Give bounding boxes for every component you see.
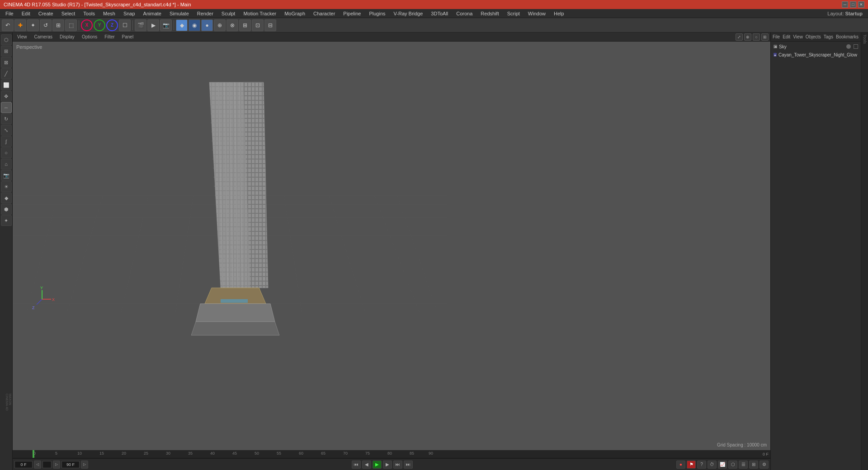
menu-help[interactable]: Help (550, 10, 568, 17)
tl-record-pos[interactable]: ⚑ (687, 461, 696, 469)
tool-select-rect[interactable]: ⬚ (65, 19, 77, 31)
vp-panel-menu[interactable]: Panel (119, 34, 137, 40)
menu-simulate[interactable]: Simulate (166, 10, 193, 17)
minimize-button[interactable]: ─ (842, 1, 848, 8)
tool-obj5[interactable]: ⊗ (226, 19, 238, 31)
vp-display-menu[interactable]: Display (57, 34, 77, 40)
tool-spline[interactable]: ∫ (1, 136, 12, 147)
tool-material[interactable]: ⬢ (1, 204, 12, 215)
vp-nav-arrows[interactable]: ⤢ (736, 33, 743, 41)
menu-sculpt[interactable]: Sculpt (218, 10, 239, 17)
tool-cam[interactable]: 📷 (1, 170, 12, 181)
tool-obj1[interactable]: ◆ (176, 19, 188, 31)
menu-character[interactable]: Character (310, 10, 339, 17)
tool-xpresso[interactable]: ✦ (1, 215, 12, 226)
rp-edit[interactable]: Edit (783, 34, 790, 39)
tl-expand[interactable]: ⊞ (749, 461, 758, 469)
render-region[interactable]: 🎬 (135, 19, 146, 31)
menu-window[interactable]: Window (524, 10, 549, 17)
menu-render[interactable]: Render (193, 10, 217, 17)
menu-file[interactable]: File (2, 10, 17, 17)
tool-rotate-left[interactable]: ↻ (1, 113, 12, 124)
tool-texture[interactable]: ⊞ (1, 46, 12, 56)
axis-y-button[interactable]: Y (94, 19, 105, 31)
tool-obj7[interactable]: ⊡ (252, 19, 264, 31)
tl-record[interactable]: ● (676, 461, 685, 469)
tool-obj3[interactable]: ● (201, 19, 213, 31)
tool-nurbs[interactable]: ○ (1, 147, 12, 158)
tl-play-forward[interactable]: ▶ (373, 461, 382, 469)
tool-move-left[interactable]: ✥ (1, 91, 12, 102)
rp-tags[interactable]: Tags (824, 34, 833, 39)
tl-goto-start[interactable]: ⏮ (352, 461, 361, 469)
tl-autokey[interactable]: ? (697, 461, 706, 469)
object-sky[interactable]: ☁ Sky (772, 42, 860, 51)
vp-cameras-menu[interactable]: Cameras (32, 34, 56, 40)
tool-obj6[interactable]: ⊞ (239, 19, 251, 31)
frame-input-current[interactable] (14, 461, 33, 468)
tool-scale-left[interactable]: ⤡ (1, 125, 12, 136)
vp-nav-lock[interactable]: ⊕ (744, 33, 751, 41)
tl-goto-last[interactable]: ⏭ (404, 461, 413, 469)
vp-view-menu[interactable]: View (14, 34, 30, 40)
tool-render-left[interactable]: ◆ (1, 193, 12, 203)
menu-animate[interactable]: Animate (140, 10, 165, 17)
tool-box[interactable]: ☐ (119, 19, 131, 31)
tl-step-left[interactable]: ◁ (34, 461, 41, 469)
menu-create[interactable]: Create (35, 10, 57, 17)
undo-button[interactable]: ↶ (2, 19, 14, 31)
tl-next-frame[interactable]: ▶ (383, 461, 392, 469)
menu-mesh[interactable]: Mesh (99, 10, 119, 17)
axis-z-button[interactable]: Z (106, 19, 118, 31)
tl-step-right[interactable]: ▷ (53, 461, 60, 469)
tool-obj4[interactable]: ⊕ (214, 19, 226, 31)
tl-prev-frame[interactable]: ◀ (362, 461, 371, 469)
tool-scale[interactable]: ⊞ (52, 19, 64, 31)
menu-edit[interactable]: Edit (18, 10, 34, 17)
menu-snap[interactable]: Snap (120, 10, 139, 17)
axis-x-button[interactable]: X (81, 19, 93, 31)
maximize-button[interactable]: □ (850, 1, 856, 8)
tool-obj2[interactable]: ◉ (189, 19, 200, 31)
menu-script[interactable]: Script (504, 10, 524, 17)
tool-obj8[interactable]: ⊟ (264, 19, 276, 31)
tool-light[interactable]: ☀ (1, 181, 12, 192)
tl-curves[interactable]: 📈 (718, 461, 727, 469)
menu-select[interactable]: Select (58, 10, 79, 17)
menu-vray[interactable]: V-Ray Bridge (390, 10, 427, 17)
tool-model[interactable]: ⬡ (1, 34, 12, 45)
frame-input-end[interactable] (61, 461, 80, 468)
rp-objects[interactable]: Objects (806, 34, 821, 39)
rp-view[interactable]: View (793, 34, 803, 39)
menu-tools[interactable]: Tools (80, 10, 99, 17)
vp-filter-menu[interactable]: Filter (102, 34, 117, 40)
rp-bookmarks[interactable]: Bookmarks (836, 34, 859, 39)
tool-points[interactable]: ⊠ (1, 57, 12, 68)
tl-layers[interactable]: ☰ (739, 461, 748, 469)
vp-nav-cam[interactable]: ○ (753, 33, 760, 41)
tool-edges[interactable]: ╱ (1, 68, 12, 79)
tool-active[interactable]: ↔ (1, 102, 12, 113)
menu-3dtoall[interactable]: 3DToAll (427, 10, 452, 17)
menu-pipeline[interactable]: Pipeline (340, 10, 364, 17)
tl-goto-end[interactable]: ⏭ (393, 461, 402, 469)
render-view[interactable]: ▶ (147, 19, 159, 31)
object-tower[interactable]: ▲ Cayan_Tower_Skyscraper_Night_Glow (772, 51, 860, 59)
tl-timeline[interactable]: ⏱ (708, 461, 717, 469)
tl-settings[interactable]: ⚙ (760, 461, 769, 469)
menu-plugins[interactable]: Plugins (365, 10, 389, 17)
rp-file[interactable]: File (773, 34, 780, 39)
menu-corona[interactable]: Corona (453, 10, 476, 17)
tool-move[interactable]: ✦ (27, 19, 39, 31)
vp-options-menu[interactable]: Options (79, 34, 100, 40)
menu-redshift[interactable]: Redshift (477, 10, 502, 17)
menu-motion-tracker[interactable]: Motion Tracker (240, 10, 280, 17)
close-button[interactable]: ✕ (858, 1, 864, 8)
menu-mograph[interactable]: MoGraph (281, 10, 309, 17)
tool-rotate[interactable]: ↺ (40, 19, 52, 31)
render-picture[interactable]: 📷 (160, 19, 172, 31)
viewport-3d[interactable]: Perspective (13, 42, 770, 450)
tool-deform[interactable]: ⌂ (1, 159, 12, 169)
tl-motion[interactable]: ⬡ (728, 461, 737, 469)
frame-input-start[interactable] (42, 461, 52, 468)
